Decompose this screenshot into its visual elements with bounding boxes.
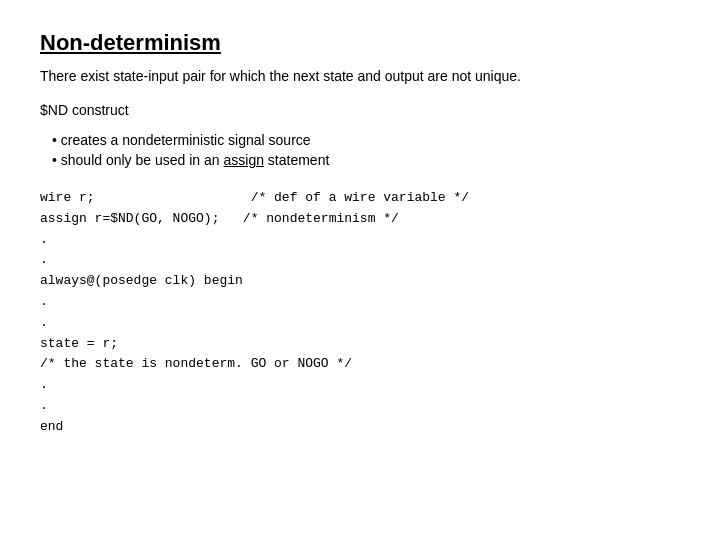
page-title: Non-determinism: [40, 30, 680, 56]
bullet-list: creates a nondeterministic signal source…: [40, 132, 680, 168]
subtitle-text: There exist state-input pair for which t…: [40, 68, 680, 84]
code-block: wire r; /* def of a wire variable */ ass…: [40, 188, 680, 438]
section-heading: $ND construct: [40, 102, 680, 118]
assign-keyword: assign: [223, 152, 263, 168]
bullet-item-2: should only be used in an assign stateme…: [40, 152, 680, 168]
bullet-item-1: creates a nondeterministic signal source: [40, 132, 680, 148]
